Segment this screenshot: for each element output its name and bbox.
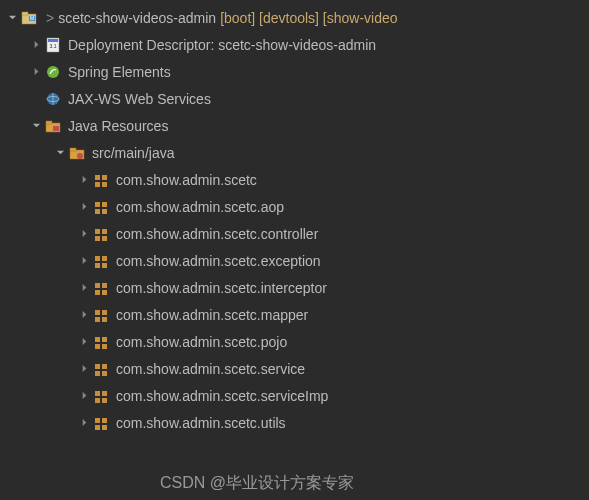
svg-rect-36 bbox=[102, 290, 107, 295]
tree-node-label: JAX-WS Web Services bbox=[68, 91, 211, 107]
chevron-right-icon[interactable] bbox=[28, 37, 44, 53]
project-icon: M bbox=[20, 9, 38, 27]
chevron-right-icon[interactable] bbox=[76, 253, 92, 269]
svg-rect-28 bbox=[102, 236, 107, 241]
svg-rect-56 bbox=[102, 425, 107, 430]
svg-text:M: M bbox=[30, 15, 34, 21]
chevron-right-icon[interactable] bbox=[76, 199, 92, 215]
tree-node-deploy-descriptor[interactable]: 3.1 Deployment Descriptor: scetc-show-vi… bbox=[0, 31, 589, 58]
svg-rect-18 bbox=[102, 175, 107, 180]
chevron-right-icon[interactable] bbox=[28, 64, 44, 80]
chevron-right-icon[interactable] bbox=[76, 415, 92, 431]
svg-rect-48 bbox=[102, 371, 107, 376]
tree-node-package[interactable]: com.show.admin.scetc.controller bbox=[0, 220, 589, 247]
svg-rect-35 bbox=[95, 290, 100, 295]
tree-node-label: com.show.admin.scetc.interceptor bbox=[116, 280, 327, 296]
tree-node-label: com.show.admin.scetc.utils bbox=[116, 415, 286, 431]
tree-node-src-main-java[interactable]: src/main/java bbox=[0, 139, 589, 166]
svg-rect-37 bbox=[95, 310, 100, 315]
svg-rect-27 bbox=[95, 236, 100, 241]
svg-rect-24 bbox=[102, 209, 107, 214]
svg-rect-30 bbox=[102, 256, 107, 261]
svg-rect-22 bbox=[102, 202, 107, 207]
arrow-placeholder bbox=[28, 91, 44, 107]
src-folder-icon bbox=[68, 144, 86, 162]
svg-rect-23 bbox=[95, 209, 100, 214]
package-icon bbox=[92, 306, 110, 324]
svg-rect-32 bbox=[102, 263, 107, 268]
package-icon bbox=[92, 252, 110, 270]
svg-rect-40 bbox=[102, 317, 107, 322]
svg-rect-39 bbox=[95, 317, 100, 322]
package-icon bbox=[92, 225, 110, 243]
chevron-down-icon[interactable] bbox=[4, 10, 20, 26]
svg-rect-26 bbox=[102, 229, 107, 234]
project-decorators: [boot] [devtools] [show-video bbox=[220, 10, 397, 26]
tree-node-spring-elements[interactable]: Spring Elements bbox=[0, 58, 589, 85]
package-icon bbox=[92, 198, 110, 216]
tree-node-package[interactable]: com.show.admin.scetc.exception bbox=[0, 247, 589, 274]
svg-point-7 bbox=[47, 66, 59, 78]
svg-rect-29 bbox=[95, 256, 100, 261]
jaxws-icon bbox=[44, 90, 62, 108]
svg-rect-45 bbox=[95, 364, 100, 369]
svg-rect-38 bbox=[102, 310, 107, 315]
vcs-dirty-marker: > bbox=[46, 10, 54, 26]
svg-rect-46 bbox=[102, 364, 107, 369]
chevron-right-icon[interactable] bbox=[76, 226, 92, 242]
tree-node-package[interactable]: com.show.admin.scetc bbox=[0, 166, 589, 193]
tree-node-jaxws[interactable]: JAX-WS Web Services bbox=[0, 85, 589, 112]
deploy-descriptor-icon: 3.1 bbox=[44, 36, 62, 54]
svg-rect-54 bbox=[102, 418, 107, 423]
chevron-right-icon[interactable] bbox=[76, 172, 92, 188]
svg-rect-1 bbox=[22, 12, 28, 15]
package-icon bbox=[92, 279, 110, 297]
svg-rect-50 bbox=[102, 391, 107, 396]
package-icon bbox=[92, 171, 110, 189]
chevron-right-icon[interactable] bbox=[76, 307, 92, 323]
watermark-text: CSDN @毕业设计方案专家 bbox=[160, 473, 354, 494]
tree-node-package[interactable]: com.show.admin.scetc.interceptor bbox=[0, 274, 589, 301]
package-icon bbox=[92, 414, 110, 432]
svg-rect-20 bbox=[102, 182, 107, 187]
svg-rect-34 bbox=[102, 283, 107, 288]
svg-rect-49 bbox=[95, 391, 100, 396]
svg-rect-31 bbox=[95, 263, 100, 268]
spring-icon bbox=[44, 63, 62, 81]
tree-node-label: com.show.admin.scetc.pojo bbox=[116, 334, 287, 350]
chevron-right-icon[interactable] bbox=[76, 280, 92, 296]
svg-rect-12 bbox=[46, 121, 52, 124]
package-icon bbox=[92, 387, 110, 405]
tree-node-java-resources[interactable]: Java Resources bbox=[0, 112, 589, 139]
chevron-right-icon[interactable] bbox=[76, 388, 92, 404]
tree-node-package[interactable]: com.show.admin.scetc.utils bbox=[0, 409, 589, 436]
tree-node-label: com.show.admin.scetc.mapper bbox=[116, 307, 308, 323]
svg-rect-15 bbox=[70, 148, 76, 151]
svg-rect-42 bbox=[102, 337, 107, 342]
tree-node-package[interactable]: com.show.admin.scetc.service bbox=[0, 355, 589, 382]
svg-rect-25 bbox=[95, 229, 100, 234]
tree-node-package[interactable]: com.show.admin.scetc.mapper bbox=[0, 301, 589, 328]
svg-rect-43 bbox=[95, 344, 100, 349]
tree-node-label: com.show.admin.scetc.aop bbox=[116, 199, 284, 215]
tree-node-label: com.show.admin.scetc.controller bbox=[116, 226, 318, 242]
chevron-right-icon[interactable] bbox=[76, 334, 92, 350]
chevron-right-icon[interactable] bbox=[76, 361, 92, 377]
package-icon bbox=[92, 333, 110, 351]
tree-node-label: Java Resources bbox=[68, 118, 168, 134]
java-resources-icon bbox=[44, 117, 62, 135]
svg-rect-55 bbox=[95, 425, 100, 430]
tree-node-label: com.show.admin.scetc.service bbox=[116, 361, 305, 377]
svg-point-16 bbox=[77, 153, 83, 159]
project-explorer-tree[interactable]: M > scetc-show-videos-admin [boot] [devt… bbox=[0, 0, 589, 436]
tree-node-package[interactable]: com.show.admin.scetc.serviceImp bbox=[0, 382, 589, 409]
project-root[interactable]: M > scetc-show-videos-admin [boot] [devt… bbox=[0, 4, 589, 31]
chevron-down-icon[interactable] bbox=[28, 118, 44, 134]
tree-node-package[interactable]: com.show.admin.scetc.pojo bbox=[0, 328, 589, 355]
svg-rect-44 bbox=[102, 344, 107, 349]
svg-rect-52 bbox=[102, 398, 107, 403]
tree-node-package[interactable]: com.show.admin.scetc.aop bbox=[0, 193, 589, 220]
tree-node-label: Spring Elements bbox=[68, 64, 171, 80]
tree-node-label: com.show.admin.scetc.serviceImp bbox=[116, 388, 328, 404]
chevron-down-icon[interactable] bbox=[52, 145, 68, 161]
